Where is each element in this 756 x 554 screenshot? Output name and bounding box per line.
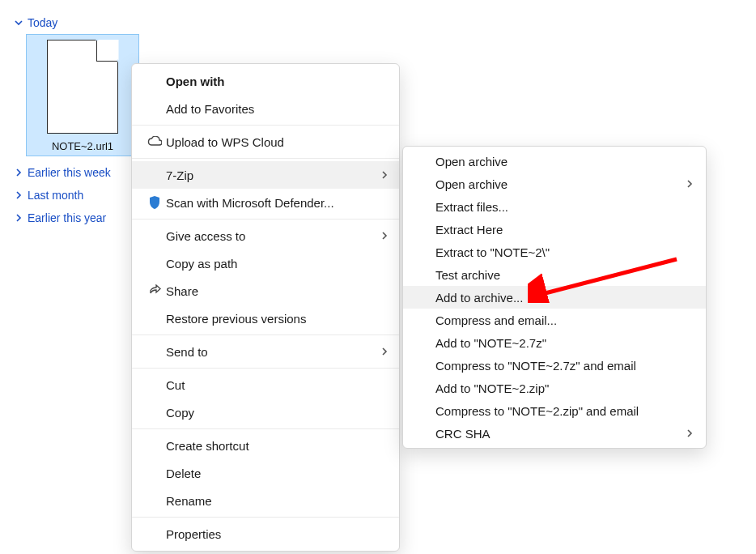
separator <box>132 335 399 335</box>
menu-copy-path[interactable]: Copy as path <box>132 249 399 277</box>
separator <box>132 219 399 219</box>
chevron-right-icon <box>381 168 388 182</box>
menu-add-favorites[interactable]: Add to Favorites <box>132 95 399 122</box>
file-icon <box>47 40 118 134</box>
menu-label: Delete <box>166 467 388 480</box>
menu-label: Copy <box>166 406 388 420</box>
group-label: Earlier this week <box>28 166 111 179</box>
chevron-right-icon <box>381 229 388 243</box>
share-icon <box>143 284 166 297</box>
menu-label: Cut <box>166 378 388 392</box>
menu-label: Upload to WPS Cloud <box>166 135 388 149</box>
submenu-compress-7z-email[interactable]: Compress to "NOTE~2.7z" and email <box>403 354 706 377</box>
separator <box>132 428 399 429</box>
menu-label: Create shortcut <box>166 439 388 453</box>
submenu-extract-here[interactable]: Extract Here <box>403 218 706 241</box>
submenu-label: Add to "NOTE~2.7z" <box>435 336 693 350</box>
group-label: Today <box>28 16 57 29</box>
submenu-label: Open archive <box>435 177 686 191</box>
submenu-label: Add to "NOTE~2.zip" <box>435 381 693 395</box>
menu-label: Send to <box>166 345 381 359</box>
chevron-right-icon <box>15 191 26 199</box>
group-today[interactable]: Today <box>15 16 741 29</box>
menu-properties[interactable]: Properties <box>132 520 399 548</box>
submenu-compress-email[interactable]: Compress and email... <box>403 309 706 331</box>
submenu-open-archive[interactable]: Open archive <box>403 150 706 173</box>
menu-rename[interactable]: Rename <box>132 487 399 514</box>
submenu-add-to-archive[interactable]: Add to archive... <box>403 286 706 309</box>
menu-label: Properties <box>166 527 388 541</box>
menu-7zip[interactable]: 7-Zip <box>132 161 399 189</box>
file-name: NOTE~2.url1 <box>52 140 113 152</box>
menu-create-shortcut[interactable]: Create shortcut <box>132 432 399 459</box>
group-label: Last month <box>28 189 83 202</box>
menu-cut[interactable]: Cut <box>132 371 399 398</box>
submenu-label: Test archive <box>435 268 693 282</box>
submenu-compress-zip-email[interactable]: Compress to "NOTE~2.zip" and email <box>403 399 706 422</box>
submenu-add-to-zip[interactable]: Add to "NOTE~2.zip" <box>403 377 706 399</box>
menu-share[interactable]: Share <box>132 277 399 305</box>
separator <box>132 517 399 518</box>
submenu-extract-files[interactable]: Extract files... <box>403 195 706 218</box>
submenu-7zip: Open archive Open archive Extract files.… <box>402 146 707 449</box>
menu-restore-prev[interactable]: Restore previous versions <box>132 305 399 332</box>
cloud-icon <box>143 136 166 147</box>
chevron-right-icon <box>686 177 693 191</box>
menu-label: Scan with Microsoft Defender... <box>166 196 388 210</box>
chevron-right-icon <box>686 427 693 441</box>
shield-icon <box>143 195 166 210</box>
menu-label: Give access to <box>166 229 381 243</box>
submenu-label: CRC SHA <box>435 427 686 441</box>
menu-label: Copy as path <box>166 257 388 271</box>
file-tile[interactable]: NOTE~2.url1 <box>26 34 139 156</box>
menu-delete[interactable]: Delete <box>132 459 399 487</box>
submenu-label: Compress to "NOTE~2.zip" and email <box>435 404 693 418</box>
group-label: Earlier this year <box>28 211 106 224</box>
separator <box>132 158 399 159</box>
submenu-label: Compress to "NOTE~2.7z" and email <box>435 359 693 373</box>
submenu-extract-to[interactable]: Extract to "NOTE~2\" <box>403 241 706 263</box>
menu-label: Restore previous versions <box>166 312 388 326</box>
menu-label: Rename <box>166 494 388 508</box>
submenu-label: Extract files... <box>435 200 693 214</box>
submenu-open-archive-flyout[interactable]: Open archive <box>403 173 706 195</box>
submenu-label: Add to archive... <box>435 291 693 305</box>
menu-scan-defender[interactable]: Scan with Microsoft Defender... <box>132 189 399 216</box>
submenu-label: Compress and email... <box>435 313 693 327</box>
context-menu: Open with Add to Favorites Upload to WPS… <box>131 63 400 552</box>
menu-label: Open with <box>166 75 388 88</box>
chevron-right-icon <box>381 345 388 359</box>
menu-give-access[interactable]: Give access to <box>132 222 399 249</box>
menu-send-to[interactable]: Send to <box>132 338 399 365</box>
menu-label: 7-Zip <box>166 168 381 182</box>
submenu-label: Open archive <box>435 155 693 168</box>
menu-open-with[interactable]: Open with <box>132 67 399 95</box>
submenu-crc-sha[interactable]: CRC SHA <box>403 422 706 445</box>
chevron-down-icon <box>15 19 26 27</box>
menu-upload-wps[interactable]: Upload to WPS Cloud <box>132 128 399 156</box>
menu-copy[interactable]: Copy <box>132 398 399 426</box>
submenu-label: Extract to "NOTE~2\" <box>435 245 693 259</box>
chevron-right-icon <box>15 168 26 177</box>
separator <box>132 125 399 126</box>
menu-label: Add to Favorites <box>166 102 388 116</box>
submenu-test-archive[interactable]: Test archive <box>403 263 706 286</box>
submenu-label: Extract Here <box>435 223 693 237</box>
chevron-right-icon <box>15 214 26 222</box>
separator <box>132 368 399 369</box>
menu-label: Share <box>166 284 388 298</box>
submenu-add-to-7z[interactable]: Add to "NOTE~2.7z" <box>403 331 706 354</box>
